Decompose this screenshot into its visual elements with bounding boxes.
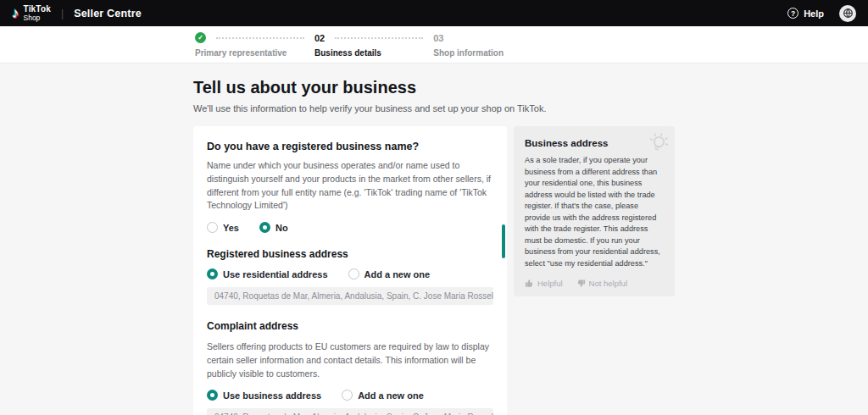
business-name-question: Do you have a registered business name?: [207, 141, 493, 152]
help-button[interactable]: ? Help: [787, 8, 824, 19]
step-complete-check-icon: ✓: [195, 32, 206, 43]
radio-option-use-business-address[interactable]: Use business address: [207, 390, 321, 401]
help-card-title: Business address: [525, 138, 664, 148]
complaint-address-description: Sellers offering products to EU customer…: [207, 340, 493, 380]
help-card-body: As a sole trader, if you operate your bu…: [525, 155, 664, 269]
page-subtitle: We'll use this information to help verif…: [193, 103, 868, 113]
page-title: Tell us about your business: [193, 78, 868, 97]
registered-address-radio-group: Use residential address Add a new one: [207, 268, 493, 279]
thumbs-down-icon: [576, 279, 586, 288]
radio-label: Use business address: [223, 390, 321, 401]
step-label: Shop information: [433, 48, 504, 58]
question-mark-icon: ?: [787, 8, 798, 19]
step-primary-representative: ✓ Primary representative: [195, 32, 314, 58]
step-label: Business details: [314, 48, 433, 58]
page-content: Tell us about your business We'll use th…: [0, 64, 868, 415]
not-helpful-button[interactable]: Not helpful: [576, 279, 627, 288]
radio-icon[interactable]: [348, 268, 359, 279]
scrollbar-thumb[interactable]: [502, 224, 505, 258]
step-label: Primary representative: [195, 48, 314, 58]
radio-icon[interactable]: [342, 390, 353, 401]
business-name-description: Name under which your business operates …: [207, 159, 493, 213]
business-details-form-card: Do you have a registered business name? …: [193, 126, 507, 415]
complaint-address-title: Complaint address: [207, 320, 493, 332]
help-card-feedback: Helpful Not helpful: [525, 279, 664, 288]
step-connector: [216, 37, 304, 39]
step-business-details: 02 Business details: [314, 32, 433, 58]
tiktok-logo-icon: ♪: [12, 6, 19, 20]
help-label: Help: [804, 8, 824, 19]
registered-address-input: 04740, Roquetas de Mar, Almeria, Andalus…: [207, 287, 493, 305]
registered-address-title: Registered business address: [207, 248, 493, 260]
radio-option-no[interactable]: No: [259, 222, 288, 233]
radio-option-use-residential-address[interactable]: Use residential address: [207, 268, 328, 279]
top-bar: ♪ TikTok Shop | Seller Centre ? Help: [0, 0, 868, 26]
app-name: Seller Centre: [74, 8, 142, 19]
onboarding-stepper: ✓ Primary representative 02 Business det…: [0, 26, 868, 64]
radio-label: Add a new one: [364, 269, 431, 279]
business-name-radio-group: Yes No: [207, 222, 493, 233]
thumbs-up-icon: [525, 279, 534, 288]
step-number: 03: [433, 33, 443, 43]
logo-title: TikTok: [24, 5, 52, 14]
language-selector-button[interactable]: [839, 5, 856, 22]
not-helpful-label: Not helpful: [589, 279, 627, 288]
radio-icon[interactable]: [259, 222, 270, 233]
help-card-business-address: Business address As a sole trader, if yo…: [514, 126, 675, 296]
complaint-address-radio-group: Use business address Add a new one: [207, 390, 493, 401]
radio-label: Use residential address: [223, 269, 328, 279]
radio-option-add-new-complaint[interactable]: Add a new one: [342, 390, 424, 401]
radio-label: Add a new one: [358, 390, 424, 401]
header-divider: |: [61, 8, 64, 19]
logo-subtitle: Shop: [24, 14, 52, 22]
step-number: 02: [314, 33, 325, 43]
radio-icon[interactable]: [207, 390, 218, 401]
helpful-button[interactable]: Helpful: [525, 279, 563, 288]
helpful-label: Helpful: [537, 279, 563, 288]
complaint-address-input: 04740, Roquetas de Mar, Almeria, Andalus…: [207, 408, 493, 415]
step-connector: [335, 37, 423, 39]
radio-option-yes[interactable]: Yes: [207, 222, 239, 233]
radio-label: Yes: [223, 223, 239, 233]
radio-icon[interactable]: [207, 268, 218, 279]
radio-label: No: [275, 223, 288, 233]
tiktok-shop-logo[interactable]: TikTok Shop: [24, 5, 52, 22]
globe-icon: [843, 8, 854, 19]
radio-option-add-new-registered[interactable]: Add a new one: [348, 268, 431, 279]
step-shop-information: 03 Shop information: [433, 32, 504, 58]
radio-icon[interactable]: [207, 222, 218, 233]
